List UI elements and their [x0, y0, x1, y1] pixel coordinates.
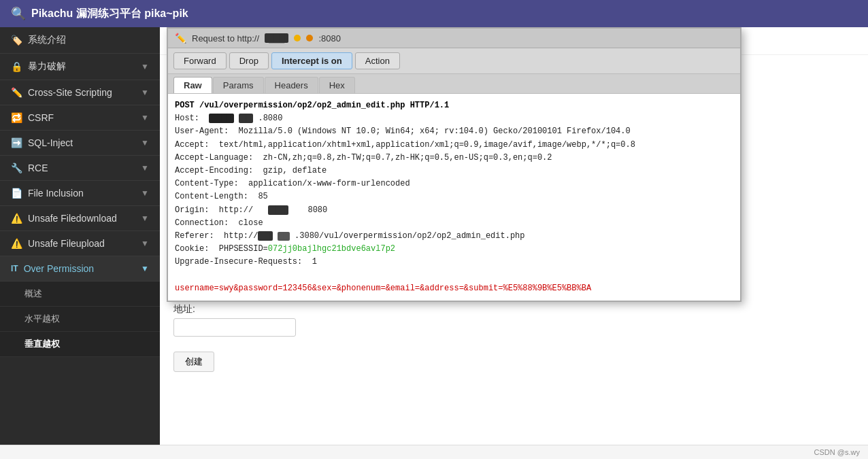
wrench-icon: 🔧 — [11, 163, 22, 173]
warning-icon-dl: ⚠️ — [11, 213, 22, 224]
arrow-right-icon: ➡️ — [11, 137, 22, 148]
sidebar-label-fileinc: File Inclusion — [28, 188, 84, 199]
sidebar-label-sql: SQL-Inject — [28, 137, 73, 148]
dot-orange — [306, 35, 313, 41]
accept-encoding-line: Accept-Encoding: gzip, deflate — [175, 165, 733, 177]
burp-edit-icon: ✏️ — [175, 33, 186, 44]
accept-language-line: Accept-Language: zh-CN,zh;q=0.8,zh-TW;q=… — [175, 152, 733, 165]
chevron-icon-fileinc: ▼ — [141, 188, 149, 198]
address-input[interactable] — [173, 318, 296, 337]
create-button[interactable]: 创建 — [173, 352, 214, 372]
upgrade-line: Upgrade-Insecure-Requests: 1 — [175, 256, 733, 269]
burp-titlebar: ✏️ Request to http:// ███ :8080 — [168, 29, 740, 48]
sub-items-overperm: 概述 水平越权 垂直越权 — [0, 282, 160, 357]
sidebar-label-fileul: Unsafe Fileupload — [28, 238, 105, 249]
burp-toolbar: Forward Drop Intercept is on Action — [168, 48, 740, 74]
chevron-icon-xss: ▼ — [141, 88, 149, 97]
action-button[interactable]: Action — [355, 52, 400, 69]
sidebar-item-intro[interactable]: 🏷️ 系统介绍 — [0, 27, 160, 54]
forward-button[interactable]: Forward — [173, 52, 227, 69]
chevron-icon-filedl: ▼ — [141, 214, 149, 223]
sidebar-item-sqlinject[interactable]: ➡️ SQL-Inject ▼ — [0, 131, 160, 156]
sidebar-item-filedownload[interactable]: ⚠️ Unsafe Filedownload ▼ — [0, 206, 160, 231]
sidebar: 🏷️ 系统介绍 🔒 暴力破解 ▼ ✏️ Cross-Site Scripting… — [0, 27, 160, 445]
sidebar-label-overperm: Over Permission — [24, 263, 94, 274]
main-layout: 🏷️ 系统介绍 🔒 暴力破解 ▼ ✏️ Cross-Site Scripting… — [0, 27, 868, 445]
sidebar-label-rce: RCE — [28, 163, 48, 173]
chevron-icon-sql: ▼ — [141, 138, 149, 148]
intercept-button[interactable]: Intercept is on — [271, 52, 352, 69]
footer: CSDN @s.wy — [0, 445, 868, 459]
title-bar: 🔍 Pikachu 漏洞练习平台 pika~pik — [0, 0, 868, 27]
content-type-line: Content-Type: application/x-www-form-url… — [175, 177, 733, 190]
sidebar-subitem-overview[interactable]: 概述 — [0, 282, 160, 307]
chevron-icon-rce: ▼ — [141, 163, 149, 173]
sidebar-item-fileinclusion[interactable]: 📄 File Inclusion ▼ — [0, 181, 160, 206]
chevron-icon-fileul: ▼ — [141, 239, 149, 248]
file-icon: 📄 — [11, 188, 22, 199]
arrow-icon: 🔁 — [11, 112, 22, 123]
origin-line: Origin: http:// ███ 8080 — [175, 204, 733, 217]
host-line: Host: ████ ██ .8080 — [175, 112, 733, 125]
connection-line: Connection: close — [175, 217, 733, 230]
sidebar-label-filedl: Unsafe Filedownload — [28, 213, 117, 224]
tab-params[interactable]: Params — [213, 77, 264, 93]
chevron-icon: ▼ — [141, 62, 149, 71]
chevron-icon-csrf: ▼ — [141, 113, 149, 122]
burp-request-prefix: Request to http:// — [192, 33, 259, 44]
sidebar-label-brute: 暴力破解 — [28, 61, 66, 73]
tab-headers[interactable]: Headers — [265, 77, 318, 93]
app-icon: 🔍 — [11, 6, 26, 21]
burp-request-content: POST /vul/overpermission/op2/op2_admin_e… — [168, 94, 740, 301]
burp-tabs: Raw Params Headers Hex — [168, 74, 740, 94]
request-line: POST /vul/overpermission/op2/op2_admin_e… — [175, 99, 733, 112]
it-icon: IT — [11, 264, 18, 273]
post-data-line: username=swy&password=123456&sex=&phonen… — [175, 282, 733, 295]
tag-icon: 🏷️ — [11, 35, 22, 46]
address-label: 地址: — [173, 303, 854, 316]
burp-port: :8080 — [318, 33, 341, 44]
sidebar-label-xss: Cross-Site Scripting — [28, 87, 112, 98]
warning-icon-ul: ⚠️ — [11, 238, 22, 249]
tab-raw[interactable]: Raw — [173, 77, 212, 93]
sidebar-item-rce[interactable]: 🔧 RCE ▼ — [0, 156, 160, 181]
sidebar-item-fileupload[interactable]: ⚠️ Unsafe Fileupload ▼ — [0, 231, 160, 256]
sidebar-subitem-vertical[interactable]: 垂直越权 — [0, 332, 160, 357]
tab-hex[interactable]: Hex — [319, 77, 355, 93]
address-group: 地址: — [173, 303, 854, 337]
user-agent-line: User-Agent: Mozilla/5.0 (Windows NT 10.0… — [175, 125, 733, 138]
dot-yellow — [294, 35, 301, 41]
sidebar-item-brute[interactable]: 🔒 暴力破解 ▼ — [0, 54, 160, 80]
cookie-line: Cookie: PHPSESSID=072jj0bajlhgc21bdve6av… — [175, 243, 733, 256]
drop-button[interactable]: Drop — [229, 52, 269, 69]
sidebar-subitem-horizontal[interactable]: 水平越权 — [0, 307, 160, 332]
accept-line: Accept: text/html,application/xhtml+xml,… — [175, 139, 733, 152]
sidebar-item-xss[interactable]: ✏️ Cross-Site Scripting ▼ — [0, 80, 160, 105]
sidebar-label-csrf: CSRF — [28, 112, 54, 123]
sidebar-label-intro: 系统介绍 — [28, 34, 66, 46]
footer-text: CSDN @s.wy — [814, 448, 860, 456]
lock-icon: 🔒 — [11, 61, 22, 72]
sidebar-item-overpermission[interactable]: IT Over Permission ▼ — [0, 256, 160, 282]
pencil-icon: ✏️ — [11, 87, 22, 98]
chevron-icon-overperm: ▼ — [141, 264, 149, 273]
burp-overlay: ✏️ Request to http:// ███ :8080 Forward … — [167, 27, 741, 302]
content-length-line: Content-Length: 85 — [175, 190, 733, 203]
app-title: Pikachu 漏洞练习平台 pika~pik — [31, 7, 188, 21]
burp-masked-host: ███ — [265, 33, 288, 43]
referer-line: Referer: http://██ ██ .3080/vul/overperm… — [175, 230, 733, 243]
content-area: 🏠 Over Permission hi,admin,欢迎来到后台,可以在这里修… — [160, 27, 868, 445]
sidebar-item-csrf[interactable]: 🔁 CSRF ▼ — [0, 105, 160, 131]
